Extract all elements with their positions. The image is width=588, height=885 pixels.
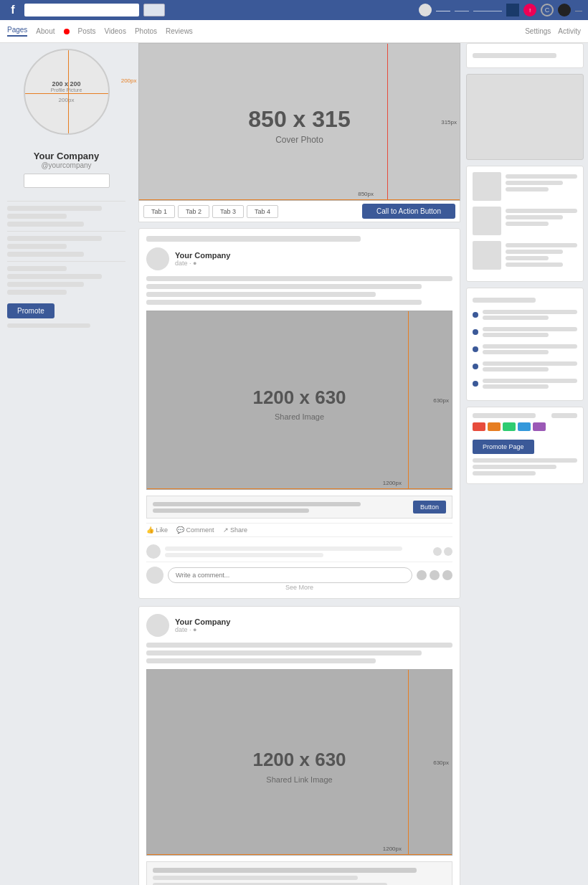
main-layout: 200 x 200 Profile Picture 200px 200px Yo…: [0, 43, 588, 885]
subnav-settings[interactable]: Settings: [525, 27, 551, 35]
nav-dash: —: [575, 6, 582, 14]
ad-line-1-1: [506, 174, 577, 179]
promo-swatches: [473, 422, 577, 431]
list-line-2-2: [483, 333, 549, 337]
nav-search-button[interactable]: [143, 4, 165, 16]
post1-share-reaction[interactable]: ↗ Share: [223, 526, 248, 534]
sidebar-search-input[interactable]: [24, 174, 110, 188]
post2-link-info: [146, 861, 452, 885]
subnav-item-pages[interactable]: Pages: [7, 26, 27, 37]
page-tab-4[interactable]: Tab 4: [247, 205, 278, 218]
ad-thumb-1: [473, 172, 501, 201]
post-card-2: Your Company date · ● 1200 x 630 Shared …: [138, 606, 460, 885]
sidebar-line-6: [7, 252, 84, 257]
post2-img-sublabel: Shared Link Image: [266, 775, 332, 784]
nav-avatar: [419, 4, 432, 16]
sidebar-line-3: [7, 222, 84, 227]
list-lines-5: [483, 377, 577, 390]
post1-comment-reaction[interactable]: 💬 Comment: [176, 526, 214, 534]
nav-settings-icon[interactable]: [558, 4, 571, 16]
promo-promote-button[interactable]: Promote Page: [473, 440, 534, 454]
post2-img-width-label: 1200px: [383, 846, 402, 852]
swatch-blue: [518, 422, 531, 431]
subnav-item-about[interactable]: About: [36, 27, 54, 35]
sidebar-divider-2: [7, 231, 125, 232]
ad-line-3-2: [506, 250, 563, 254]
subnav-item-photos[interactable]: Photos: [135, 27, 157, 35]
post2-img-size-label: 1200 x 630: [252, 749, 346, 771]
sidebar-promote-button[interactable]: Promote: [7, 303, 54, 318]
promo-title-right: [551, 413, 578, 418]
ad-lines-1: [506, 172, 577, 194]
post2-header: Your Company date · ●: [146, 614, 452, 637]
list-line-1-1: [483, 310, 577, 314]
post1-comment-input[interactable]: [168, 567, 412, 583]
ad-thumb-3: [473, 241, 501, 270]
ad-line-2-3: [506, 222, 549, 226]
post1-shared-image: 1200 x 630 Shared Image 630px 1200px: [146, 311, 452, 490]
nav-messages-icon[interactable]: C: [541, 4, 554, 16]
post1-see-more[interactable]: See More: [285, 584, 313, 591]
list-lines-2: [483, 326, 577, 339]
right-list-title: [473, 298, 536, 303]
list-line-3-2: [483, 350, 549, 354]
sidebar-line-8: [7, 274, 102, 279]
swatch-green: [503, 422, 516, 431]
nav-search-input[interactable]: [24, 4, 139, 16]
subnav-item-reviews[interactable]: Reviews: [166, 27, 193, 35]
post1-thumbsup-icon: [433, 547, 442, 556]
list-dot-5: [473, 381, 478, 387]
right-promo-box: Promote Page: [466, 407, 584, 484]
post2-lines: [146, 643, 452, 663]
post1-link-button[interactable]: Button: [413, 501, 446, 514]
post1-emoji-icon[interactable]: [417, 570, 427, 580]
page-tab-3[interactable]: Tab 3: [212, 205, 244, 218]
post1-like-reaction[interactable]: 👍 Like: [146, 526, 168, 534]
post1-gif-icon[interactable]: [442, 570, 452, 580]
sidebar-line-7: [7, 266, 67, 271]
subnav-item-videos[interactable]: Videos: [105, 27, 126, 35]
post2-line-2: [146, 650, 422, 656]
cover-photo-area: 850 x 315 Cover Photo 315px 850px: [138, 43, 460, 201]
post1-link-area: Button: [146, 496, 452, 519]
sidebar-divider-1: [7, 201, 125, 202]
post1-img-width-label: 1200px: [383, 480, 402, 486]
ad-lines-3: [506, 241, 577, 269]
post1-footer: See More: [146, 584, 452, 591]
right-info-box: [466, 43, 584, 68]
nav-bar-2: ————: [473, 6, 502, 14]
post1-lines: [146, 276, 452, 305]
sidebar-line-10: [7, 290, 67, 295]
post1-img-size-label: 1200 x 630: [252, 387, 346, 409]
right-sidebar: Promote Page: [466, 43, 588, 885]
nav-notification-icon[interactable]: !: [523, 4, 536, 16]
page-tabs: Tab 1 Tab 2 Tab 3 Tab 4 Call to Action B…: [138, 201, 460, 222]
cover-height-label: 315px: [441, 119, 457, 126]
post1-user-avatar-sm: [146, 567, 163, 584]
post1-camera-icon[interactable]: [430, 570, 440, 580]
profile-pic-sub-label: Profile Picture: [51, 87, 82, 93]
page-tab-2[interactable]: Tab 2: [178, 205, 209, 218]
post2-shared-image: 1200 x 630 Shared Link Image 630px 1200p…: [146, 669, 452, 856]
list-lines-1: [483, 308, 577, 321]
post1-comment-line-row: [146, 541, 452, 562]
list-dot-1: [473, 312, 478, 318]
list-line-2-1: [483, 327, 577, 331]
ad-line-3-4: [506, 262, 563, 267]
cover-orange-hline-icon: [139, 199, 460, 200]
post1-comment-icons-row: [417, 570, 452, 580]
list-line-5-2: [483, 384, 549, 389]
post1-company-name: Your Company: [175, 251, 230, 260]
promo-line-3: [473, 471, 536, 475]
page-cta-button[interactable]: Call to Action Button: [362, 204, 455, 219]
ad-lines-2: [506, 207, 577, 228]
sidebar-divider-3: [7, 261, 125, 262]
post1-comment-icons: [433, 547, 452, 556]
ad-thumb-2: [473, 207, 501, 235]
swatch-purple: [533, 422, 546, 431]
list-line-5-1: [483, 379, 577, 383]
list-dot-2: [473, 329, 478, 335]
page-tab-1[interactable]: Tab 1: [143, 205, 175, 218]
subnav-item-posts[interactable]: Posts: [78, 27, 96, 35]
subnav-activity[interactable]: Activity: [558, 27, 581, 35]
